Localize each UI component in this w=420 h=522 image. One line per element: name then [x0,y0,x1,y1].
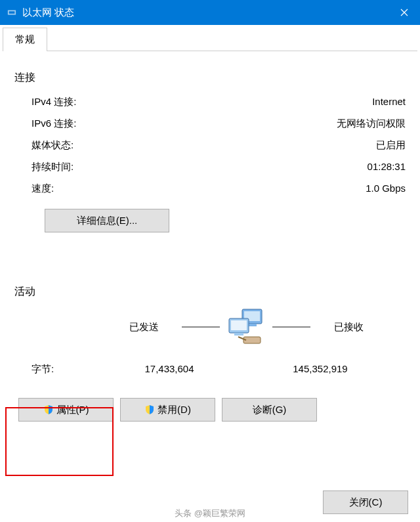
watermark-text: 头条 @颖巨繁荣网 [175,508,245,519]
duration-value: 01:28:31 [368,161,406,173]
row-media: 媒体状态: 已启用 [14,135,406,156]
ipv4-value: Internet [372,96,406,108]
disable-button[interactable]: 禁用(D) [120,398,215,422]
media-label: 媒体状态: [32,139,376,152]
speed-value: 1.0 Gbps [366,183,406,195]
speed-label: 速度: [32,183,366,195]
svg-rect-1 [9,11,15,14]
row-speed: 速度: 1.0 Gbps [14,178,406,200]
media-value: 已启用 [376,139,406,152]
svg-rect-7 [234,333,243,336]
sent-label: 已发送 [111,321,177,334]
connection-heading: 连接 [14,71,406,85]
content-area: 连接 IPv4 连接: Internet IPv6 连接: 无网络访问权限 媒体… [0,51,420,476]
bytes-label: 字节: [32,363,104,376]
row-ipv4: IPv4 连接: Internet [14,91,406,113]
ipv6-value: 无网络访问权限 [337,118,406,130]
ethernet-status-window: 以太网 状态 常规 连接 IPv4 连接: Internet IPv6 连接: … [0,0,420,522]
tab-general[interactable]: 常规 [3,28,47,51]
row-duration: 持续时间: 01:28:31 [14,156,406,178]
close-icon [400,9,408,16]
network-icon [7,7,17,18]
disable-label: 禁用(D) [158,404,191,416]
close-button[interactable] [388,0,420,25]
bytes-row: 字节: 17,433,604 145,352,919 [14,359,406,376]
recv-label: 已接收 [316,321,381,334]
row-ipv6: IPv6 连接: 无网络访问权限 [14,113,406,135]
diagnose-button[interactable]: 诊断(G) [222,398,317,422]
activity-graphic: 已发送 已接收 [14,308,406,346]
properties-button[interactable]: 属性(P) [18,398,114,422]
shield-icon [43,404,54,415]
diagnose-label: 诊断(G) [253,404,287,416]
activity-heading: 活动 [14,285,406,299]
ipv6-label: IPv6 连接: [32,118,337,130]
close-footer-button[interactable]: 关闭(C) [323,490,408,514]
bytes-recv-value: 145,352,919 [235,363,406,374]
bytes-sent-value: 17,433,604 [104,363,235,374]
tab-strip: 常规 [3,28,417,51]
duration-label: 持续时间: [32,161,368,173]
svg-rect-6 [231,320,247,330]
divider-line [272,326,310,328]
computers-icon [225,308,267,346]
titlebar[interactable]: 以太网 状态 [0,0,420,25]
properties-label: 属性(P) [56,404,89,416]
window-title: 以太网 状态 [22,7,388,19]
divider-line [182,326,220,328]
ipv4-label: IPv4 连接: [32,96,372,108]
details-button[interactable]: 详细信息(E)... [45,209,169,232]
shield-icon [144,404,155,415]
action-button-row: 属性(P) 禁用(D) 诊断(G) [14,398,406,422]
